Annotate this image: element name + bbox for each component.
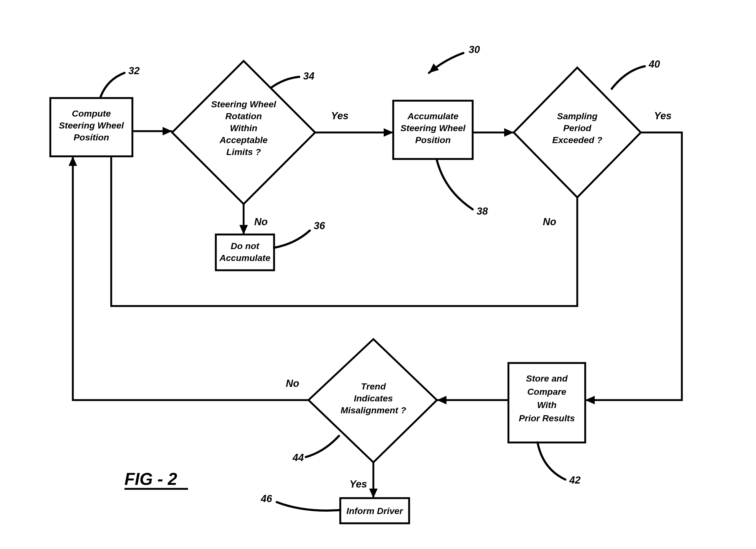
lbl-34-yes: Yes: [331, 110, 348, 121]
leader-36: [274, 230, 310, 248]
n46-l1: Inform Driver: [346, 506, 403, 516]
n34-l3: Within: [230, 123, 257, 133]
n34-l2: Rotation: [225, 111, 262, 121]
n32-l2: Steering Wheel: [59, 120, 124, 130]
ref-46: 46: [261, 493, 272, 504]
process-do-not-accumulate: [216, 234, 274, 270]
ref-36: 36: [314, 220, 325, 231]
ref-42: 42: [569, 475, 580, 486]
ref-34: 34: [303, 70, 314, 82]
n32-l3: Position: [74, 132, 109, 142]
n38-l3: Position: [415, 135, 451, 145]
lbl-40-yes: Yes: [654, 110, 672, 121]
n42-l2: Compare: [527, 387, 566, 397]
n42-l1: Store and: [526, 373, 568, 383]
n38-l1: Accumulate: [407, 111, 459, 121]
n34-l5: Limits ?: [226, 147, 261, 157]
n34-l1: Steering Wheel: [211, 99, 276, 109]
decision-sampling-period: Sampling Period Exceeded ?: [514, 68, 641, 197]
n44-l2: Indicates: [354, 393, 393, 403]
n32-l1: Compute: [72, 108, 111, 118]
leader-46: [277, 502, 340, 511]
leader-32: [101, 73, 124, 97]
n42-l4: Prior Results: [519, 413, 575, 423]
edge-40-42: [585, 132, 682, 400]
ref-40: 40: [648, 59, 660, 70]
n36-l1: Do not: [231, 241, 260, 251]
ref-38: 38: [477, 205, 488, 217]
lbl-44-yes: Yes: [350, 479, 367, 490]
decision-rotation-limits: Steering Wheel Rotation Within Acceptabl…: [172, 61, 315, 204]
n44-l1: Trend: [361, 381, 386, 391]
edge-44-no-loop: [73, 156, 308, 400]
decision-trend-misalignment: Trend Indicates Misalignment ?: [308, 339, 437, 462]
leader-40: [612, 66, 645, 89]
ref-32: 32: [128, 65, 140, 76]
flowchart-figure: Compute Steering Wheel Position Steering…: [0, 0, 756, 549]
lbl-34-no: No: [254, 216, 268, 227]
n34-l4: Acceptable: [219, 135, 267, 145]
figure-label: FIG - 2: [124, 470, 177, 489]
ref-30: 30: [469, 44, 480, 55]
leader-38: [437, 160, 473, 209]
edge-40-no-loop: [111, 156, 577, 306]
lbl-44-no: No: [286, 378, 299, 389]
n40-l2: Period: [563, 123, 592, 133]
leader-42: [538, 443, 565, 480]
leader-44: [306, 436, 339, 457]
n44-l3: Misalignment ?: [341, 405, 406, 415]
ref-44: 44: [292, 452, 304, 463]
lbl-40-no: No: [543, 216, 556, 227]
n42-l3: With: [537, 400, 556, 410]
n36-l2: Accumulate: [219, 253, 271, 263]
n40-l1: Sampling: [557, 111, 597, 121]
n40-l3: Exceeded ?: [552, 135, 602, 145]
leader-34: [271, 77, 299, 87]
n38-l2: Steering Wheel: [400, 123, 466, 133]
